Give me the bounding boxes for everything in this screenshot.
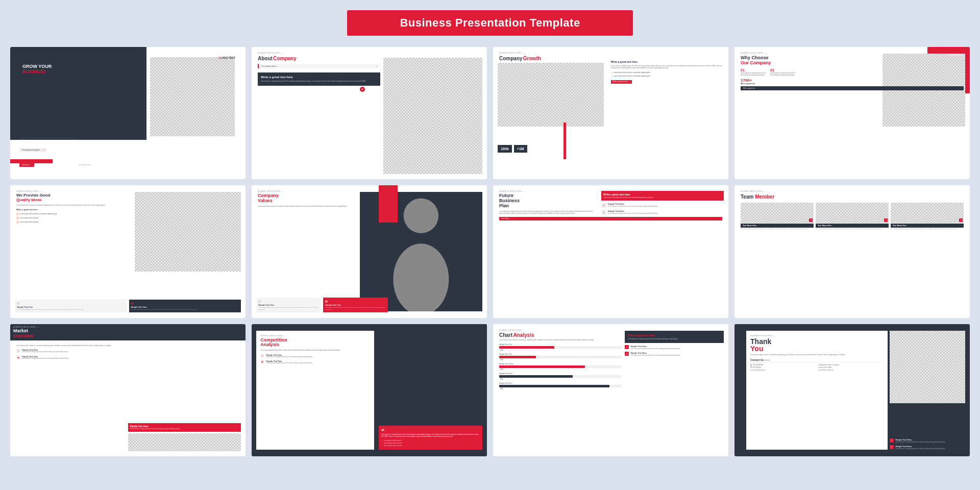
card-2-icon: ▦ (325, 300, 386, 303)
slide-5-checker (135, 192, 240, 272)
card-2-title: Simple Text Two (131, 306, 239, 308)
slide-7-right: Write a great text here Lorem ipsum is s… (601, 191, 724, 219)
slide-2-write-body: Lorem ipsum is simply dummy text of the … (261, 80, 377, 83)
slide-3-write-title: Write a great text here (611, 60, 724, 63)
slide-9-red-info: Simple Text Here Lorem ipsum is simply d… (128, 423, 241, 432)
slide-4-write-btn[interactable]: Write a great text → ♦ (741, 86, 964, 90)
slide-8-title: Team Member (741, 194, 964, 200)
card-2-body: It is a long established fact that a rea… (131, 309, 239, 311)
slide-10: A GREAT SUBTITLE HERE —— CompetitionAnal… (252, 324, 487, 456)
bar-fill-3 (499, 365, 585, 368)
card-1-title: Simple Text One (258, 304, 319, 306)
slide-2: A GREAT SUBTITLE HERE —— About Company Y… (252, 47, 487, 179)
slide-12-s2: ⬡ Simple Text Here Lorem ipsum is simply… (890, 445, 965, 450)
s2-icon: ⬡ (890, 445, 894, 449)
card-1-body: It is a long established fact that a rea… (17, 309, 125, 311)
slide-6-card-2: ▦ Simple Text Two It is a long establish… (323, 298, 388, 312)
slide-6-body: Lorem ipsum dolor sit amet, consectetur … (258, 205, 347, 208)
bar-track-1 (499, 346, 622, 349)
bar-row-3: Simple Text Three 70% (499, 363, 622, 371)
slide-6-cards: 🛒 Simple Text One It is a long establish… (256, 298, 388, 312)
slide-6-red-block (379, 185, 398, 223)
slide-6-card-1: 🛒 Simple Text One It is a long establish… (256, 298, 321, 312)
slide-10-white-box: A GREAT SUBTITLE HERE —— CompetitionAnal… (256, 331, 374, 450)
slide-1: GROW YOUR BUSINESS ⬡ LOGO TEXT Lorem ips… (10, 47, 246, 179)
slide-12-contact: Contact Us —— 📞 000 123 456789 000 123 4… (750, 358, 884, 372)
member-2-desc: It is a long established fact that a rea… (816, 228, 889, 230)
slide-5-check2: ✓ Lorem ipsum dolor sit amet. (16, 216, 128, 219)
s1-icon: ⬡ (625, 345, 629, 349)
member-2-badge: ⬡ (884, 218, 888, 222)
dark-box-title: Write a great text here (628, 334, 721, 337)
slide-3-check2: Lorem ipsum dolor sit amet, consectetur … (611, 75, 724, 78)
slide-3-stats: 100k +1M (498, 145, 527, 153)
check-list: ✓ consectetur adipiscing elit ✓ Lorem ip… (381, 439, 480, 447)
slide-3-red-bar (564, 122, 566, 160)
slide-3: A GREAT SUBTITLE HERE —— Company Growth … (493, 47, 728, 179)
num-1: 01 Lorem ipsum is simply dummy text of t… (741, 68, 766, 76)
comp-item-2: ▦ Simple Text Two Lorem ipsum is simply … (260, 360, 370, 364)
slide-12-title: Thank You (750, 338, 884, 352)
check-3: ✓ Lorem ipsum dolor sit amet (381, 445, 480, 447)
phone-2: 000 123 456789 (750, 366, 815, 369)
slide-11-s1: ⬡ Simple Text Here Lorem ipsum is simply… (625, 345, 724, 350)
slide-7-red-box: Write a great text here Lorem ipsum is s… (601, 191, 724, 201)
slide-1-website: your website here (79, 164, 91, 166)
slide-12: A GREAT SUBTITLE HERE —— Thank You Lorem… (734, 324, 970, 456)
email: ✉ your email goes here (750, 369, 815, 371)
slide-4: A GREAT SUBTITLE HERE —— Why Choose Our … (734, 47, 970, 179)
s2-body: Lorem ipsum is simply dummy text of the … (608, 212, 658, 214)
s1-body: Lorem ipsum is simply dummy text of the … (630, 348, 680, 350)
s1-icon: ⬡ (601, 203, 606, 208)
check-2: ✓ Lorem ipsum dolor sit amet (381, 442, 480, 444)
stat-2: +1M (514, 145, 527, 153)
bar-label-1: Simple Text Two (499, 344, 622, 346)
bar-pct-5: 90% (500, 388, 503, 390)
bar-pct-3: 70% (500, 369, 503, 371)
s1-body: Lorem ipsum is simply dummy text of the … (895, 441, 945, 443)
slide-7-s1: ⬡ Simple Text Here Lorem ipsum is simply… (601, 203, 724, 208)
member-3-name: Your Name Here (891, 224, 964, 228)
card-2-title: Simple Text Two (325, 304, 386, 306)
bar-label-4: Simple Text Four (499, 373, 622, 375)
comp-item-1: ⬡ Simple Text One Lorem ipsum is simply … (260, 354, 370, 358)
share-text: Lorem ipsum is simply dummy text of the … (381, 433, 480, 438)
slide-1-visit-btn[interactable]: Visit Now → (19, 163, 34, 167)
card-2-icon: ▦ (131, 302, 239, 305)
slide-5: A GREAT SUBTITLE HERE —— We Provide Good… (10, 185, 246, 317)
website: your website canal.com (818, 369, 883, 371)
slide-3-write-body: Lorem ipsum is simply dummy text of the … (611, 65, 724, 69)
slide-6-title: CompanyValues (258, 193, 342, 204)
card-2: ▦ Simple Text Two It is a long establish… (129, 300, 241, 313)
card-1-title: Simple Text One (17, 306, 125, 308)
card-1-icon: 🛒 (258, 300, 319, 303)
slide-3-checker (498, 63, 603, 126)
bar-pct-2: 30% (500, 359, 503, 361)
slide-1-logo: ⬡ LOGO TEXT (218, 56, 235, 59)
phone-icon: 📞 (750, 364, 752, 366)
slide-5-cards: 🛒 Simple Text One It is a long establish… (15, 300, 241, 313)
address-2: Country Code 12345 (818, 366, 883, 369)
slide-5-body: Lorem ipsum dolor sit amet, consectetur … (16, 204, 124, 207)
slide-7-title: FutureBusinessPlan (499, 193, 593, 209)
slide-3-btn[interactable]: Write a great text here → (611, 80, 632, 84)
contact-col-1: 📞 000 123 456789 000 123 456789 ✉ your e… (750, 364, 815, 372)
card-1-body: It is a long established fact that a rea… (258, 307, 319, 310)
s1-icon: ⬡ (890, 438, 894, 443)
slide-2-name-bar: Your Name Here → ☆ (258, 64, 380, 68)
card-1-icon: 🛒 (17, 302, 125, 305)
slide-9-title: Market Overview (13, 328, 242, 338)
red-info-body: Lorem ipsum is simply dummy text of the … (130, 428, 239, 430)
bar-row-5: Simple Text Five 90% (499, 382, 622, 390)
check-1: ✓ consectetur adipiscing elit (381, 439, 480, 442)
member-3-desc: It is a long established fact that a rea… (891, 228, 964, 230)
num-2: 02 Lorem ipsum is simply dummy text of t… (770, 68, 796, 76)
slide-9-body: Lorem ipsum dolor sit amet, consectetur … (16, 345, 128, 347)
check-icon-1: ✓ (16, 212, 19, 215)
slide-12-s1: ⬡ Simple Text Here Lorem ipsum is simply… (890, 438, 965, 443)
member-3-badge: ⬡ (959, 218, 963, 222)
slide-11-dark-box: Write a great text here Lorem ipsum is s… (625, 331, 724, 344)
slide-12-white-box: A GREAT SUBTITLE HERE —— Thank You Lorem… (746, 331, 888, 450)
slide-12-checker (890, 331, 965, 404)
bar-row-4: Simple Text Four 60% (499, 373, 622, 380)
